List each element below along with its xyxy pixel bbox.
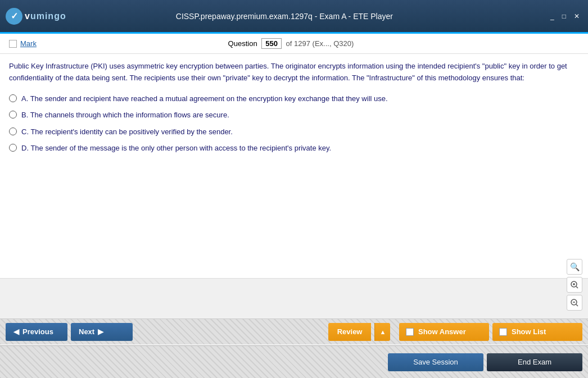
option-a-text: A. The sender and recipient have reached…: [21, 93, 388, 104]
option-d-text: D. The sender of the message is the only…: [21, 143, 331, 154]
save-session-button[interactable]: Save Session: [388, 353, 483, 371]
close-button[interactable]: ✕: [571, 11, 582, 21]
show-list-label: Show List: [512, 327, 546, 336]
zoom-in-button[interactable]: [567, 277, 582, 293]
review-dropdown-button[interactable]: ▲: [374, 323, 390, 341]
svg-line-6: [576, 304, 578, 306]
previous-label: Previous: [22, 327, 53, 336]
next-chevron-icon: ▶: [98, 327, 103, 336]
previous-button[interactable]: ◀ Previous: [6, 323, 67, 341]
logo-icon: ✓: [6, 8, 22, 25]
review-button[interactable]: Review: [328, 323, 372, 341]
question-body-text: Public Key Infrastructure (PKI) uses asy…: [9, 61, 579, 84]
window-controls[interactable]: _ □ ✕: [548, 11, 582, 21]
option-c-text: C. The recipient's identity can be posit…: [21, 126, 233, 138]
mark-link[interactable]: Mark: [20, 39, 37, 48]
next-button[interactable]: Next ▶: [71, 323, 133, 341]
question-header: Mark Question 550 of 1297 (Ex..., Q320): [0, 34, 588, 54]
question-content: Public Key Infrastructure (PKI) uses asy…: [0, 54, 588, 279]
app-title: CISSP.prepaway.premium.exam.1297q - Exam…: [21, 12, 548, 21]
zoom-out-icon: [570, 298, 579, 307]
show-list-button[interactable]: Show List: [492, 323, 582, 341]
mark-checkbox[interactable]: [9, 40, 17, 48]
mark-area: Mark: [9, 39, 37, 48]
end-exam-button[interactable]: End Exam: [487, 353, 582, 371]
option-b-text: B. The channels through which the inform…: [21, 110, 229, 121]
question-number-box: 550: [261, 38, 282, 49]
right-tools: 🔍: [567, 259, 582, 311]
option-b-radio[interactable]: [9, 111, 17, 119]
show-answer-label: Show Answer: [418, 327, 466, 336]
option-c-radio[interactable]: [9, 127, 17, 135]
minimize-button[interactable]: _: [548, 11, 557, 21]
show-answer-button[interactable]: Show Answer: [399, 323, 489, 341]
title-bar: ✓ vumingo CISSP.prepaway.premium.exam.12…: [0, 0, 588, 34]
bottom-actions: Save Session End Exam: [0, 345, 588, 378]
option-a[interactable]: A. The sender and recipient have reached…: [9, 93, 579, 104]
zoom-in-icon: [570, 280, 579, 289]
question-total: of 1297: [286, 39, 310, 48]
question-exam-ref: (Ex..., Q320): [313, 39, 354, 48]
options-list: A. The sender and recipient have reached…: [9, 93, 579, 154]
svg-line-3: [576, 286, 578, 288]
next-label: Next: [79, 327, 94, 336]
show-answer-checkbox: [406, 328, 414, 336]
maximize-button[interactable]: □: [559, 11, 569, 21]
option-b[interactable]: B. The channels through which the inform…: [9, 110, 579, 121]
search-button[interactable]: 🔍: [567, 259, 582, 275]
show-list-checkbox: [499, 328, 507, 336]
option-d-radio[interactable]: [9, 144, 17, 152]
option-c[interactable]: C. The recipient's identity can be posit…: [9, 126, 579, 138]
bottom-navigation: ◀ Previous Next ▶ Review ▲ Show Answer S…: [0, 318, 588, 344]
question-number-area: Question 550 of 1297 (Ex..., Q320): [228, 38, 354, 49]
previous-chevron-icon: ◀: [13, 327, 19, 336]
question-label: Question: [228, 39, 257, 48]
option-d[interactable]: D. The sender of the message is the only…: [9, 143, 579, 154]
zoom-out-button[interactable]: [567, 295, 582, 311]
option-a-radio[interactable]: [9, 94, 17, 102]
